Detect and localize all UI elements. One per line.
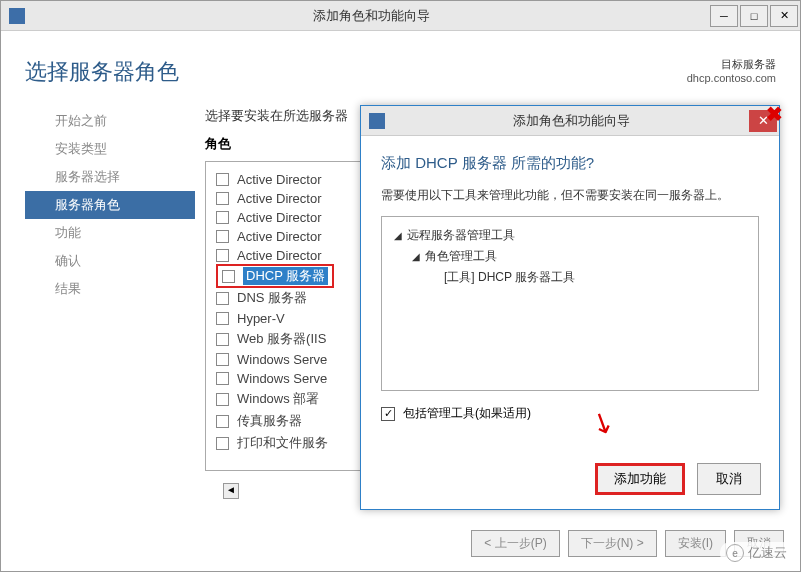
sidebar-item-before-start[interactable]: 开始之前 <box>45 107 195 135</box>
checkbox-icon[interactable] <box>216 230 229 243</box>
checkbox-icon[interactable] <box>216 173 229 186</box>
sub-content: 添加 DHCP 服务器 所需的功能? 需要使用以下工具来管理此功能，但不需要安装… <box>361 136 779 440</box>
tree-expand-icon[interactable]: ◢ <box>412 251 422 262</box>
sidebar-item-server-roles[interactable]: 服务器角色 <box>25 191 195 219</box>
watermark-icon: e <box>726 544 744 562</box>
next-button[interactable]: 下一步(N) > <box>568 530 657 557</box>
checkbox-icon[interactable] <box>216 211 229 224</box>
sidebar-item-install-type[interactable]: 安装类型 <box>45 135 195 163</box>
scroll-left-button[interactable]: ◄ <box>223 483 239 499</box>
target-info: 目标服务器 dhcp.contoso.com <box>687 57 776 84</box>
include-tools-row[interactable]: ✓ 包括管理工具(如果适用) <box>381 405 759 422</box>
sidebar-item-confirm[interactable]: 确认 <box>45 247 195 275</box>
include-tools-checkbox[interactable]: ✓ <box>381 407 395 421</box>
app-icon <box>369 113 385 129</box>
checkbox-icon[interactable] <box>216 372 229 385</box>
maximize-button[interactable]: □ <box>740 5 768 27</box>
checkbox-icon[interactable] <box>216 415 229 428</box>
install-button[interactable]: 安装(I) <box>665 530 726 557</box>
include-tools-label: 包括管理工具(如果适用) <box>403 405 531 422</box>
app-icon <box>9 8 25 24</box>
sub-description: 需要使用以下工具来管理此功能，但不需要安装在同一服务器上。 <box>381 187 759 204</box>
sub-window-title: 添加角色和功能向导 <box>393 112 749 130</box>
add-features-dialog: 添加角色和功能向导 ✕ ✖ 添加 DHCP 服务器 所需的功能? 需要使用以下工… <box>360 105 780 510</box>
minimize-button[interactable]: ─ <box>710 5 738 27</box>
checkbox-icon[interactable] <box>216 353 229 366</box>
checkbox-icon[interactable] <box>222 270 235 283</box>
annotation-x-icon: ✖ <box>766 102 783 126</box>
tree-node-role-tools[interactable]: ◢ 角色管理工具 <box>394 246 746 267</box>
role-item-dhcp[interactable]: DHCP 服务器 <box>216 264 334 288</box>
sidebar-item-features[interactable]: 功能 <box>45 219 195 247</box>
sub-titlebar: 添加角色和功能向导 ✕ <box>361 106 779 136</box>
window-title: 添加角色和功能向导 <box>33 7 710 25</box>
tree-node-dhcp-tools[interactable]: [工具] DHCP 服务器工具 <box>394 267 746 288</box>
target-server: dhcp.contoso.com <box>687 72 776 84</box>
prev-button[interactable]: < 上一步(P) <box>471 530 559 557</box>
main-titlebar: 添加角色和功能向导 ─ □ ✕ <box>1 1 800 31</box>
wizard-sidebar: 开始之前 安装类型 服务器选择 服务器角色 功能 确认 结果 <box>25 107 195 471</box>
checkbox-icon[interactable] <box>216 437 229 450</box>
checkbox-icon[interactable] <box>216 393 229 406</box>
sub-footer-buttons: 添加功能 取消 <box>595 463 761 495</box>
watermark-text: 亿速云 <box>748 544 787 562</box>
feature-tree: ◢ 远程服务器管理工具 ◢ 角色管理工具 [工具] DHCP 服务器工具 <box>381 216 759 391</box>
page-title: 选择服务器角色 <box>25 57 179 87</box>
checkbox-icon[interactable] <box>216 192 229 205</box>
target-label: 目标服务器 <box>687 57 776 72</box>
checkbox-icon[interactable] <box>216 249 229 262</box>
tree-expand-icon[interactable]: ◢ <box>394 230 404 241</box>
window-controls: ─ □ ✕ <box>710 5 800 27</box>
page-header: 选择服务器角色 目标服务器 dhcp.contoso.com <box>25 47 776 87</box>
close-button[interactable]: ✕ <box>770 5 798 27</box>
watermark: e 亿速云 <box>720 542 793 564</box>
tree-node-remote-tools[interactable]: ◢ 远程服务器管理工具 <box>394 225 746 246</box>
checkbox-icon[interactable] <box>216 292 229 305</box>
add-features-button[interactable]: 添加功能 <box>595 463 685 495</box>
sidebar-item-results[interactable]: 结果 <box>45 275 195 303</box>
sub-heading: 添加 DHCP 服务器 所需的功能? <box>381 154 759 173</box>
sidebar-item-server-select[interactable]: 服务器选择 <box>45 163 195 191</box>
checkbox-icon[interactable] <box>216 333 229 346</box>
sub-cancel-button[interactable]: 取消 <box>697 463 761 495</box>
checkbox-icon[interactable] <box>216 312 229 325</box>
